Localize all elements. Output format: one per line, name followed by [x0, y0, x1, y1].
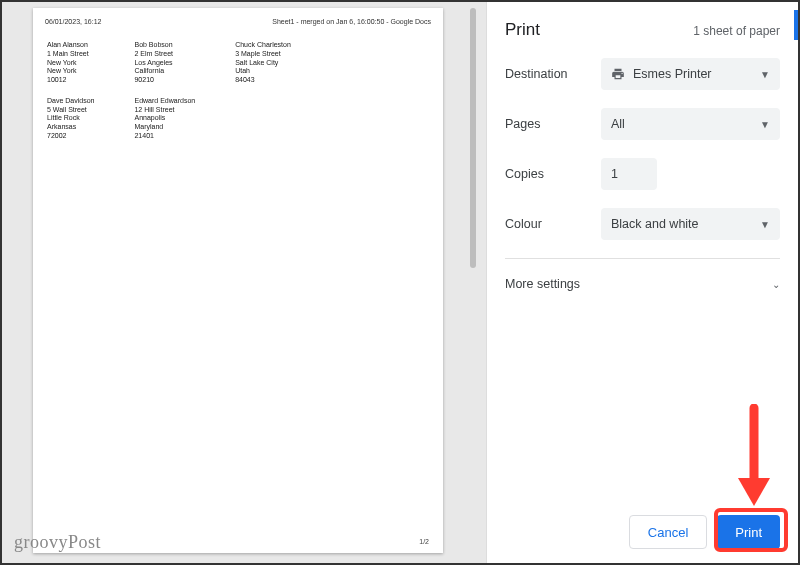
colour-select[interactable]: Black and white ▼	[601, 208, 780, 240]
pages-label: Pages	[505, 117, 601, 131]
printer-icon	[611, 67, 625, 81]
copies-input[interactable]	[601, 158, 657, 190]
copies-label: Copies	[505, 167, 601, 181]
preview-scrollbar[interactable]	[470, 8, 476, 268]
address-column: Bob Bobson2 Elm StreetLos AngelesCalifor…	[134, 41, 195, 141]
chevron-down-icon: ⌄	[772, 279, 780, 290]
cancel-button[interactable]: Cancel	[629, 515, 707, 549]
destination-value: Esmes Printer	[633, 67, 712, 81]
address-block: Dave Davidson5 Wall StreetLittle RockArk…	[47, 97, 94, 141]
address-block: Bob Bobson2 Elm StreetLos AngelesCalifor…	[134, 41, 195, 85]
colour-label: Colour	[505, 217, 601, 231]
colour-value: Black and white	[611, 217, 699, 231]
preview-timestamp: 06/01/2023, 16:12	[45, 18, 101, 25]
panel-title: Print	[505, 20, 540, 40]
address-column: Chuck Charleston3 Maple StreetSalt Lake …	[235, 41, 291, 141]
pages-value: All	[611, 117, 625, 131]
address-block: Chuck Charleston3 Maple StreetSalt Lake …	[235, 41, 291, 85]
print-settings-panel: Print 1 sheet of paper Destination Esmes…	[486, 2, 798, 563]
preview-doc-title: Sheet1 - merged on Jan 6, 16:00:50 - Goo…	[272, 18, 431, 25]
print-dialog-window: 06/01/2023, 16:12 Sheet1 - merged on Jan…	[0, 0, 800, 565]
chevron-down-icon: ▼	[760, 219, 770, 230]
address-block: Edward Edwardson12 Hill StreetAnnapolisM…	[134, 97, 195, 141]
accent-edge	[794, 10, 798, 40]
sheet-count: 1 sheet of paper	[693, 24, 780, 38]
address-block: Alan Alanson1 Main StreetNew YorkNew Yor…	[47, 41, 94, 85]
destination-select[interactable]: Esmes Printer ▼	[601, 58, 780, 90]
chevron-down-icon: ▼	[760, 69, 770, 80]
preview-page: 06/01/2023, 16:12 Sheet1 - merged on Jan…	[33, 8, 443, 553]
more-settings-label: More settings	[505, 277, 580, 291]
destination-label: Destination	[505, 67, 601, 81]
chevron-down-icon: ▼	[760, 119, 770, 130]
more-settings-toggle[interactable]: More settings ⌄	[505, 273, 780, 295]
watermark: groovyPost	[14, 532, 101, 553]
preview-page-number: 1/2	[419, 538, 429, 545]
address-column: Alan Alanson1 Main StreetNew YorkNew Yor…	[47, 41, 94, 141]
divider	[505, 258, 780, 259]
dialog-footer: Cancel Print	[487, 501, 798, 563]
print-button[interactable]: Print	[717, 515, 780, 549]
pages-select[interactable]: All ▼	[601, 108, 780, 140]
print-preview-pane: 06/01/2023, 16:12 Sheet1 - merged on Jan…	[2, 2, 486, 563]
